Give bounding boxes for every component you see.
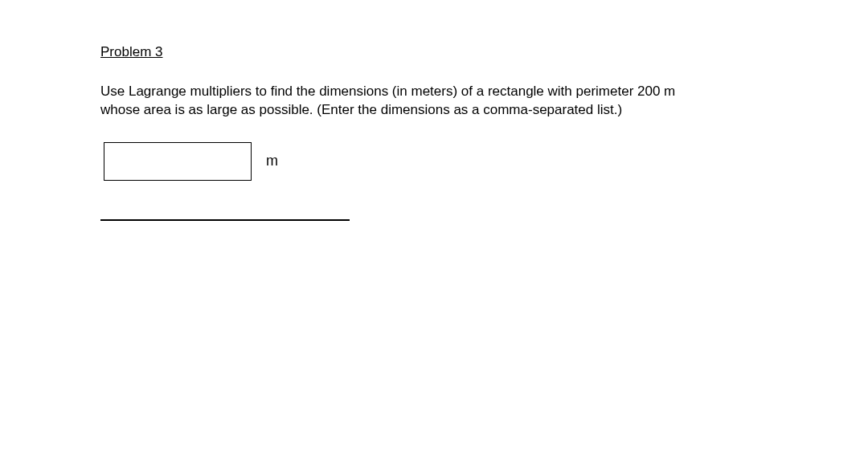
divider-line xyxy=(100,219,350,221)
problem-title: Problem 3 xyxy=(100,44,768,60)
answer-input[interactable] xyxy=(104,142,252,181)
problem-statement: Use Lagrange multipliers to find the dim… xyxy=(100,83,711,120)
unit-label: m xyxy=(266,153,278,169)
problem-container: Problem 3 Use Lagrange multipliers to fi… xyxy=(0,0,868,221)
answer-row: m xyxy=(100,142,768,181)
